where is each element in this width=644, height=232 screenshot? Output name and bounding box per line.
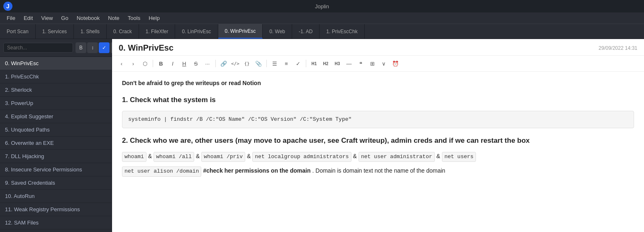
note-item-winprivesc[interactable]: 0. WinPrivEsc (0, 57, 112, 70)
note-item-exploit-suggester[interactable]: 4. Exploit Suggester (0, 110, 112, 123)
note-item-autorun[interactable]: 10. AutoRun (0, 190, 112, 203)
menu-edit[interactable]: Edit (20, 14, 36, 22)
code2-net-user-admin: net user administrator (359, 152, 435, 162)
table-more-btn[interactable]: ∨ (378, 58, 389, 69)
code-block-btn[interactable]: {} (242, 58, 252, 69)
check-list-btn[interactable]: ✓ (293, 58, 303, 69)
titlebar: J Joplin (0, 0, 644, 12)
sidebar: B ↕ ✓ ▣ 0. WinPrivEsc 1. PrivEscChk 2. S… (0, 39, 112, 232)
note-item-weak-registry[interactable]: 11. Weak Registry Permissions (0, 203, 112, 216)
code2-whoami-all: whoami /all (154, 152, 194, 162)
menu-note[interactable]: Note (105, 14, 122, 22)
toolbar-divider-4 (306, 60, 306, 67)
tab-winprivesc[interactable]: 0. WinPrivEsc (218, 24, 263, 39)
bold-tool-btn[interactable]: B (76, 42, 86, 53)
search-input[interactable] (3, 43, 73, 53)
back-btn[interactable]: ‹ (116, 58, 127, 69)
editor-toolbar: ‹ › ⬡ B I H S ··· 🔗 </> {} 📎 ☰ ≡ ✓ H1 H2… (112, 56, 644, 72)
tab-services[interactable]: 1. Services (36, 24, 74, 39)
content-code1: systeminfo | findstr /B /C:"OS Name" /C:… (122, 111, 634, 129)
code2-amp3: & (247, 151, 251, 161)
h1-btn[interactable]: H1 (309, 58, 320, 69)
code3-command: net user alison /domain (122, 166, 201, 177)
tab-shells[interactable]: 1. Shells (74, 24, 107, 39)
toolbar-divider-3 (266, 60, 267, 67)
menu-tools[interactable]: Tools (124, 14, 144, 22)
code2-whoami-priv: whoami /priv (201, 152, 245, 162)
italic-btn[interactable]: I (167, 58, 178, 69)
code3-comment: #check her permissions on the domain (203, 166, 310, 175)
toolbar-divider-1 (153, 60, 153, 67)
note-item-overwrite-exe[interactable]: 6. Overwrite an EXE (0, 137, 112, 150)
attach-btn[interactable]: 📎 (253, 58, 264, 69)
toolbar-divider-2 (215, 60, 216, 67)
code3-suffix: . Domain is domain text not the name of … (312, 166, 446, 175)
divider-btn[interactable]: — (344, 58, 354, 69)
tab-filexfer[interactable]: 1. FileXfer (139, 24, 176, 39)
note-item-powerup[interactable]: 3. PowerUp (0, 97, 112, 110)
h2-btn[interactable]: H2 (320, 58, 331, 69)
note-list: 0. WinPrivEsc 1. PrivEscChk 2. Sherlock … (0, 57, 112, 232)
inline-code-btn[interactable]: </> (230, 58, 241, 69)
editor-area: 0. WinPrivEsc 29/09/2022 14:31 ‹ › ⬡ B I… (112, 39, 644, 232)
note-item-dll-hijacking[interactable]: 7. DLL Hijacking (0, 150, 112, 163)
bullet-list-btn[interactable]: ☰ (269, 58, 280, 69)
menu-help[interactable]: Help (145, 14, 163, 22)
code2-amp2: & (196, 151, 200, 161)
quote-btn[interactable]: ❝ (355, 58, 366, 69)
content-code3-line: net user alison /domain #check her permi… (122, 166, 634, 177)
code2-amp1: & (148, 151, 152, 161)
tabsbar: Port Scan 1. Services 1. Shells 0. Crack… (0, 24, 644, 39)
note-item-unquoted-paths[interactable]: 5. Unquoted Paths (0, 123, 112, 137)
sort-tool-btn[interactable]: ↕ (87, 42, 98, 53)
app-title: Joplin (315, 3, 329, 10)
note-item-saved-credentials[interactable]: 9. Saved Credentials (0, 176, 112, 190)
note-item-privescchk[interactable]: 1. PrivEscChk (0, 70, 112, 83)
bold-btn[interactable]: B (156, 58, 166, 69)
main-layout: B ↕ ✓ ▣ 0. WinPrivEsc 1. PrivEscChk 2. S… (0, 39, 644, 232)
search-bar: B ↕ ✓ ▣ (0, 39, 112, 57)
table-btn[interactable]: ⊞ (367, 58, 378, 69)
editor-content[interactable]: Don't be afraid to grep the writeups or … (112, 72, 644, 232)
menu-file[interactable]: File (3, 14, 19, 22)
code2-net-localgroup: net localgroup administrators (252, 152, 351, 162)
content-section1-title: 1. Check what the system is (122, 94, 634, 105)
note-item-insecure-service[interactable]: 8. Insecure Service Permissions (0, 163, 112, 176)
editor-header: 0. WinPrivEsc 29/09/2022 14:31 (112, 39, 644, 56)
h3-btn[interactable]: H3 (332, 58, 343, 69)
strikethrough-btn[interactable]: S (190, 58, 201, 69)
menubar: File Edit View Go Notebook Note Tools He… (0, 12, 644, 24)
more-btn[interactable]: ··· (202, 58, 213, 69)
tab-linprivesc[interactable]: 0. LinPrivEsc (175, 24, 218, 39)
numbered-list-btn[interactable]: ≡ (281, 58, 292, 69)
tab-web[interactable]: 0. Web (263, 24, 292, 39)
content-code2-line: whoami & whoami /all & whoami /priv & ne… (122, 151, 634, 162)
menu-notebook[interactable]: Notebook (73, 14, 103, 22)
menu-go[interactable]: Go (58, 14, 71, 22)
editor-date: 29/09/2022 14:31 (599, 45, 637, 51)
tab-crack[interactable]: 0. Crack (107, 24, 139, 39)
content-intro: Don't be afraid to grep the writeups or … (122, 78, 634, 88)
content-section2-title: 2. Check who we are, other users (may mo… (122, 135, 634, 146)
app-icon: J (3, 2, 12, 11)
check-tool-btn[interactable]: ✓ (99, 42, 110, 53)
tab-ad[interactable]: -1. AD (292, 24, 320, 39)
tab-privescchk[interactable]: 1. PrivEscChk (320, 24, 364, 39)
highlight-btn[interactable]: H (179, 58, 190, 69)
link-btn[interactable]: 🔗 (218, 58, 229, 69)
forward-btn[interactable]: › (128, 58, 139, 69)
code2-whoami: whoami (122, 152, 146, 162)
time-btn[interactable]: ⏰ (390, 58, 401, 69)
code2-amp4: & (353, 151, 357, 161)
note-item-sherlock[interactable]: 2. Sherlock (0, 83, 112, 97)
editor-title: 0. WinPrivEsc (119, 43, 173, 53)
code2-amp5: & (437, 151, 440, 161)
code2-net-users: net users (442, 152, 476, 162)
tab-port-scan[interactable]: Port Scan (0, 24, 36, 39)
note-item-sam-files[interactable]: 12. SAM Files (0, 216, 112, 230)
menu-view[interactable]: View (38, 14, 56, 22)
external-btn[interactable]: ⬡ (139, 58, 150, 69)
